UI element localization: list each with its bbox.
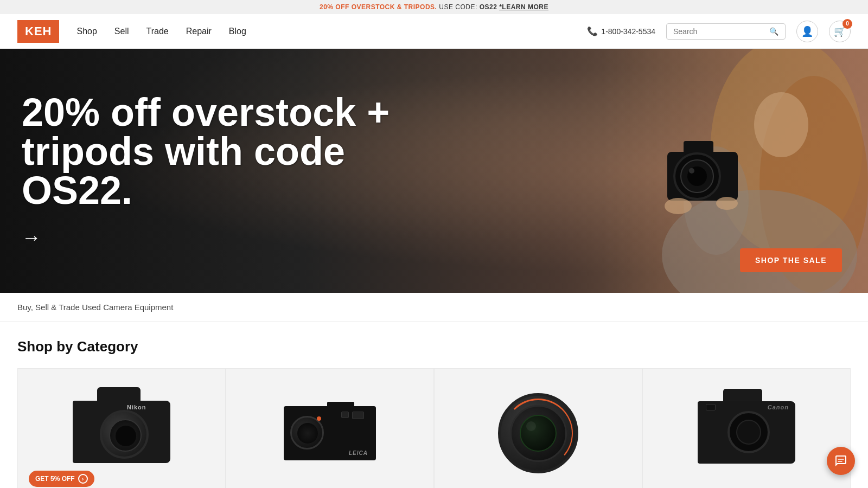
dslr-camera-illustration: Nikon: [62, 387, 181, 479]
camera-body: Nikon: [73, 401, 170, 463]
camera-lens-core: [116, 426, 136, 446]
hero-title: 20% off overstock + tripods with code OS…: [22, 93, 401, 210]
rangefinder-body: LEICA: [284, 406, 376, 460]
camera-lens: [100, 410, 149, 459]
film-camera-illustration: LEICA: [278, 395, 381, 471]
viewfinder-window: [352, 412, 364, 419]
tagline-bar: Buy, Sell & Trade Used Camera Equipment: [0, 293, 868, 322]
category-card-dslr[interactable]: Nikon GET 5% OFF ›: [17, 368, 226, 488]
lens-red-ring: [503, 399, 573, 468]
site-logo[interactable]: KEH: [17, 20, 59, 43]
camera-hump: [97, 387, 141, 402]
phone-number: 📞 1-800-342-5534: [587, 26, 655, 36]
main-nav: Shop Sell Trade Repair Blog: [76, 27, 587, 36]
nav-repair[interactable]: Repair: [186, 27, 212, 36]
category-card-lenses[interactable]: [434, 368, 642, 488]
search-input[interactable]: [673, 27, 769, 36]
chat-button[interactable]: [827, 447, 855, 475]
rangefinder-lens: [290, 416, 324, 450]
phone-number-text: 1-800-342-5534: [601, 27, 655, 36]
hero-content: 20% off overstock + tripods with code OS…: [0, 49, 868, 293]
code-label: USE CODE:: [439, 3, 477, 11]
shop-by-category-heading: Shop by Category: [17, 338, 851, 355]
discount-badge[interactable]: GET 5% OFF ›: [29, 471, 94, 487]
shop-by-category-section: Shop by Category Nikon: [0, 322, 868, 488]
hero-arrow[interactable]: →: [22, 226, 846, 249]
lens-mount: [727, 411, 770, 453]
nikon-brand-text: Nikon: [127, 404, 146, 410]
header-right: 📞 1-800-342-5534 🔍 👤 🛒 0: [587, 21, 851, 42]
category-card-film[interactable]: LEICA: [226, 368, 434, 488]
dslr-body-illustration: Canon: [690, 389, 803, 478]
canon-brand-text: Canon: [768, 404, 789, 410]
lens-illustration: [497, 393, 579, 474]
hero-banner: 20% off overstock + tripods with code OS…: [0, 49, 868, 293]
category-card-bodies[interactable]: Canon: [642, 368, 851, 488]
dslr-body-hump: [723, 389, 762, 403]
leica-red-dot: [317, 416, 321, 421]
user-icon: 👤: [801, 25, 813, 37]
nav-sell[interactable]: Sell: [114, 27, 129, 36]
search-icon[interactable]: 🔍: [769, 27, 778, 36]
camera-lens-inner: [109, 419, 142, 452]
dslr-body-main: Canon: [698, 401, 795, 464]
promo-code: OS22: [480, 3, 497, 11]
category-grid: Nikon GET 5% OFF ›: [17, 368, 851, 488]
rangefinder-lens-inner: [297, 423, 318, 444]
nav-trade[interactable]: Trade: [146, 27, 169, 36]
nav-shop[interactable]: Shop: [76, 27, 97, 36]
rangefinder-window: [341, 412, 349, 418]
badge-text: GET 5% OFF: [35, 475, 75, 483]
nav-blog[interactable]: Blog: [229, 27, 246, 36]
cart-badge: 0: [843, 19, 852, 29]
learn-more-link[interactable]: *LEARN MORE: [499, 3, 548, 11]
lens-outer: [498, 393, 578, 473]
badge-circle: ›: [78, 474, 88, 484]
leica-brand-text: LEICA: [349, 450, 368, 456]
phone-icon: 📞: [587, 26, 598, 36]
search-box[interactable]: 🔍: [666, 23, 786, 40]
site-header: KEH Shop Sell Trade Repair Blog 📞 1-800-…: [0, 14, 868, 49]
chat-icon: [834, 454, 847, 467]
viewfinder-eyepiece: [706, 404, 716, 410]
tagline-text: Buy, Sell & Trade Used Camera Equipment: [17, 303, 173, 312]
account-button[interactable]: 👤: [796, 21, 818, 42]
cart-button[interactable]: 🛒 0: [829, 21, 851, 42]
shop-sale-button[interactable]: SHOP THE SALE: [740, 248, 842, 272]
camera-top-deck: [327, 402, 354, 408]
lens-mount-inner: [736, 420, 761, 445]
promo-text: 20% OFF OVERSTOCK & TRIPODS.: [320, 3, 437, 11]
announcement-bar: 20% OFF OVERSTOCK & TRIPODS. USE CODE: O…: [0, 0, 868, 14]
